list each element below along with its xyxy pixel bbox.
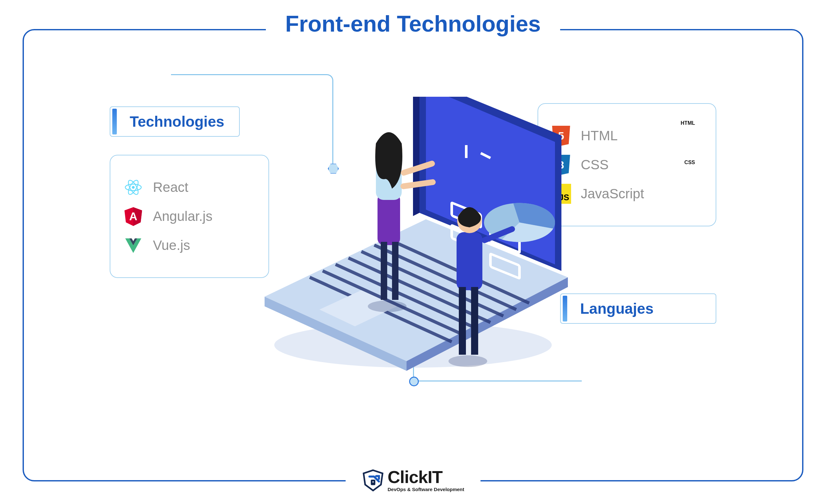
title-wrap: Front-end Technologies [266,11,560,37]
svg-marker-23 [413,97,419,216]
list-item: A Angular.js [123,206,255,227]
css-mini-badge: CSS [684,160,695,166]
item-label: CSS [581,157,608,173]
angular-icon: A [123,206,143,227]
list-item: React [123,177,255,197]
svg-point-46 [372,481,374,483]
svg-rect-34 [392,242,399,300]
svg-rect-40 [457,232,482,290]
languages-badge: Languajes [560,294,716,324]
svg-text:A: A [129,210,137,223]
item-label: React [153,180,188,195]
badge-accent-bar [112,109,117,134]
item-label: HTML [581,128,617,143]
vue-icon [123,235,143,255]
brand-mark-icon [362,469,384,491]
svg-point-39 [449,355,487,367]
item-label: Angular.js [153,209,212,224]
svg-marker-7 [125,238,141,253]
svg-point-3 [132,186,135,189]
brand-logo: ClickIT DevOps & Software Development [346,468,480,492]
svg-rect-42 [471,287,478,355]
laptop-illustration [245,97,581,387]
page-title: Front-end Technologies [285,11,541,37]
react-icon [123,177,143,197]
svg-point-31 [368,301,407,312]
svg-rect-41 [459,287,466,355]
list-item: Vue.js [123,235,255,255]
brand-name: ClickIT [388,468,464,486]
svg-rect-32 [377,193,400,245]
svg-rect-33 [381,242,387,300]
languages-label: Languajes [567,300,668,317]
brand-tagline: DevOps & Software Development [388,487,464,492]
html-mini-badge: HTML [681,120,695,126]
brand-text: ClickIT DevOps & Software Development [388,468,464,492]
item-label: JavaScript [581,186,644,201]
item-label: Vue.js [153,238,190,253]
